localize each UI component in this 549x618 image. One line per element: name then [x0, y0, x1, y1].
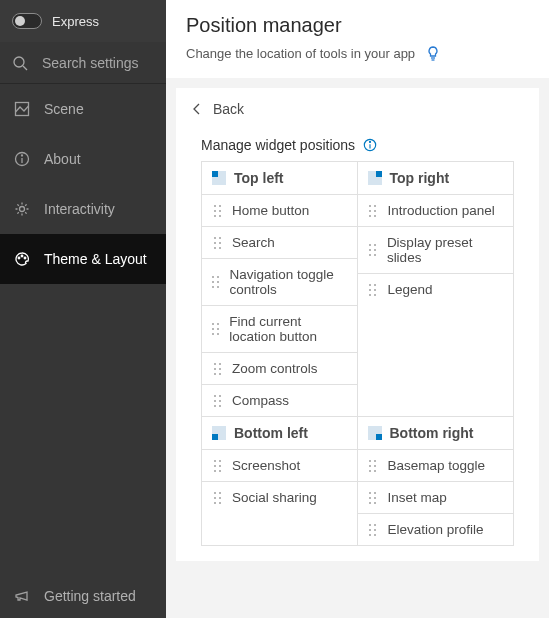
quad-bottom-right: Bottom right Basemap toggle Inset map El…	[358, 416, 514, 545]
help-icon[interactable]	[363, 138, 377, 152]
search-icon	[12, 55, 28, 71]
widget-label: Navigation toggle controls	[230, 267, 347, 297]
widget-row[interactable]: Introduction panel	[358, 194, 514, 226]
widget-label: Zoom controls	[232, 361, 318, 376]
sidebar-item-label: About	[44, 151, 81, 167]
search-settings[interactable]: Search settings	[0, 42, 166, 84]
corner-bottom-right-icon	[368, 426, 382, 440]
sidebar-item-label: Theme & Layout	[44, 251, 147, 267]
lightbulb-icon[interactable]	[425, 45, 441, 61]
widget-row[interactable]: Home button	[202, 194, 357, 226]
sidebar-footer: Getting started	[0, 574, 166, 618]
svg-point-0	[14, 57, 24, 67]
widget-label: Screenshot	[232, 458, 300, 473]
corner-top-left-icon	[212, 171, 226, 185]
scene-icon	[14, 101, 30, 117]
widget-row[interactable]: Screenshot	[202, 449, 357, 481]
palette-icon	[14, 251, 30, 267]
svg-point-6	[20, 207, 25, 212]
sidebar-item-label: Scene	[44, 101, 84, 117]
corner-bottom-left-icon	[212, 426, 226, 440]
widget-row[interactable]: Display preset slides	[358, 226, 514, 273]
sidebar-item-scene[interactable]: Scene	[0, 84, 166, 134]
widget-row[interactable]: Legend	[358, 273, 514, 305]
widget-label: Social sharing	[232, 490, 317, 505]
widget-row[interactable]: Find current location button	[202, 305, 357, 352]
widget-label: Inset map	[388, 490, 447, 505]
section-title: Manage widget positions	[201, 137, 355, 153]
drag-handle-icon[interactable]	[368, 283, 378, 297]
widget-row[interactable]: Zoom controls	[202, 352, 357, 384]
widget-label: Find current location button	[229, 314, 346, 344]
back-label: Back	[213, 101, 244, 117]
widget-row[interactable]: Basemap toggle	[358, 449, 514, 481]
sidebar-item-getting-started[interactable]: Getting started	[0, 574, 166, 618]
drag-handle-icon[interactable]	[212, 204, 222, 218]
quad-top-left: Top left Home button Search Navigation t…	[202, 161, 358, 416]
express-toggle-row: Express	[0, 0, 166, 42]
widget-row[interactable]: Search	[202, 226, 357, 258]
sidebar-item-label: Interactivity	[44, 201, 115, 217]
drag-handle-icon[interactable]	[368, 523, 378, 537]
svg-point-9	[24, 257, 26, 259]
gear-icon	[14, 201, 30, 217]
drag-handle-icon[interactable]	[212, 459, 222, 473]
sidebar-item-interactivity[interactable]: Interactivity	[0, 184, 166, 234]
panel-wrap: Back Manage widget positions Top left	[166, 78, 549, 618]
search-placeholder: Search settings	[42, 55, 139, 71]
main: Position manager Change the location of …	[166, 0, 549, 618]
widget-label: Elevation profile	[388, 522, 484, 537]
widget-label: Basemap toggle	[388, 458, 486, 473]
quad-bottom-left: Bottom left Screenshot Social sharing	[202, 416, 358, 545]
widget-row[interactable]: Inset map	[358, 481, 514, 513]
page-subtitle: Change the location of tools in your app	[186, 46, 415, 61]
drag-handle-icon[interactable]	[212, 322, 219, 336]
svg-point-5	[22, 155, 23, 156]
quad-top-right: Top right Introduction panel Display pre…	[358, 161, 514, 416]
widget-row[interactable]: Compass	[202, 384, 357, 416]
widget-label: Introduction panel	[388, 203, 495, 218]
widget-row[interactable]: Elevation profile	[358, 513, 514, 545]
widget-label: Search	[232, 235, 275, 250]
header: Position manager Change the location of …	[166, 0, 549, 78]
chevron-left-icon	[189, 101, 205, 117]
svg-point-8	[21, 255, 23, 257]
widget-row[interactable]: Navigation toggle controls	[202, 258, 357, 305]
drag-handle-icon[interactable]	[212, 491, 222, 505]
sidebar: Express Search settings Scene About Inte…	[0, 0, 166, 618]
widget-label: Display preset slides	[387, 235, 503, 265]
quad-header-top-left: Top left	[202, 161, 357, 194]
drag-handle-icon[interactable]	[212, 394, 222, 408]
widget-label: Legend	[388, 282, 433, 297]
drag-handle-icon[interactable]	[368, 243, 377, 257]
section-title-row: Manage widget positions	[177, 129, 538, 161]
quad-title: Bottom right	[390, 425, 474, 441]
drag-handle-icon[interactable]	[368, 204, 378, 218]
panel: Back Manage widget positions Top left	[176, 88, 539, 561]
quad-title: Top left	[234, 170, 284, 186]
quad-header-bottom-left: Bottom left	[202, 416, 357, 449]
sidebar-nav: Scene About Interactivity Theme & Layout	[0, 84, 166, 284]
drag-handle-icon[interactable]	[212, 275, 220, 289]
svg-point-7	[18, 257, 20, 259]
sidebar-item-theme-layout[interactable]: Theme & Layout	[0, 234, 166, 284]
drag-handle-icon[interactable]	[212, 362, 222, 376]
quad-title: Top right	[390, 170, 450, 186]
drag-handle-icon[interactable]	[368, 459, 378, 473]
widget-label: Home button	[232, 203, 309, 218]
sidebar-item-about[interactable]: About	[0, 134, 166, 184]
quad-header-top-right: Top right	[358, 161, 514, 194]
svg-line-1	[23, 66, 27, 70]
express-toggle[interactable]	[12, 13, 42, 29]
megaphone-icon	[14, 588, 30, 604]
drag-handle-icon[interactable]	[212, 236, 222, 250]
quad-title: Bottom left	[234, 425, 308, 441]
back-button[interactable]: Back	[177, 89, 538, 129]
info-icon	[14, 151, 30, 167]
express-label: Express	[52, 14, 99, 29]
quad-header-bottom-right: Bottom right	[358, 416, 514, 449]
widget-row[interactable]: Social sharing	[202, 481, 357, 513]
widget-label: Compass	[232, 393, 289, 408]
drag-handle-icon[interactable]	[368, 491, 378, 505]
svg-point-14	[370, 141, 371, 142]
